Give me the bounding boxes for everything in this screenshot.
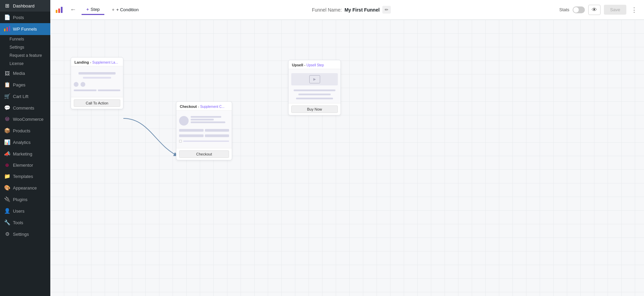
sidebar-item-label: Analytics [13,140,31,145]
upsell-video-preview: ▶ [291,73,338,85]
preview-line [98,89,121,91]
sidebar-item-marketing[interactable]: 📣 Marketing [0,148,50,160]
sidebar-sub-funnels[interactable]: Funnels [0,35,50,43]
sidebar-item-label: Settings [13,232,29,237]
sidebar-item-templates[interactable]: 📁 Templates [0,170,50,182]
checkout-card-action[interactable]: Checkout [176,148,232,160]
sidebar-item-label: Users [13,209,24,214]
sidebar-item-woocommerce[interactable]: Ⓦ WooCommerce [0,114,50,125]
buy-now-button[interactable]: Buy Now [291,105,338,113]
svg-rect-2 [9,26,10,31]
sidebar-item-tools[interactable]: 🔧 Tools [0,217,50,228]
preview-line [294,89,335,91]
landing-card[interactable]: Landing - Supplement La... Call To Actio… [71,57,123,109]
step-label: Step [91,7,100,12]
sidebar-item-label: Cart Lift [13,94,29,99]
sidebar-item-label: Pages [13,82,25,87]
save-button[interactable]: Save [604,5,626,15]
landing-card-action[interactable]: Call To Action [71,97,123,109]
preview-line [74,89,97,91]
landing-card-header: Landing - Supplement La... [71,57,123,66]
settings-icon: ⚙ [4,231,10,237]
edit-funnel-name-button[interactable]: ✏ [382,6,391,14]
sidebar-item-label: Products [13,128,30,133]
sidebar-item-analytics[interactable]: 📊 Analytics [0,136,50,148]
upsell-name: Upsell Step [307,63,324,67]
comments-icon: 💬 [4,105,10,111]
call-to-action-button[interactable]: Call To Action [74,99,120,107]
sidebar-item-appearance[interactable]: 🎨 Appearance [0,182,50,194]
checkout-lines [191,116,229,123]
svg-rect-5 [61,7,63,13]
stats-toggle[interactable] [573,6,585,13]
sidebar-sub-settings[interactable]: Settings [0,43,50,51]
funnel-canvas[interactable]: Landing - Supplement La... Call To Actio… [50,20,644,296]
checkout-avatar [179,116,189,126]
sidebar-sub-request[interactable]: Request a feature [0,51,50,60]
preview-circles-row [74,82,120,87]
landing-preview [71,66,123,97]
analytics-icon: 📊 [4,139,10,145]
checkout-fields-row2 [179,134,229,137]
sidebar-item-users[interactable]: 👤 Users [0,205,50,217]
sidebar-item-label: Plugins [13,197,28,202]
preview-button[interactable]: 👁 [588,5,601,15]
upsell-card-header: Upsell - Upsell Step [289,60,341,69]
main-area: ← + Step + + Condition Funnel Name: My F… [50,0,644,296]
checkout-type: Checkout [180,104,197,109]
checkout-card[interactable]: Checkout - Supplement C... [176,101,232,160]
upsell-card[interactable]: Upsell - Upsell Step ▶ Buy Now [288,60,341,115]
sidebar-item-products[interactable]: 📦 Products [0,125,50,136]
preview-line [191,119,214,120]
funnel-name-area: Funnel Name: My First Funnel ✏ [146,6,557,14]
sidebar-item-dashboard[interactable]: ⊞ Dashboard [0,0,50,12]
sidebar-item-media[interactable]: 🖼 Media [0,68,50,79]
svg-rect-3 [56,10,57,13]
checkout-button[interactable]: Checkout [179,150,229,158]
appearance-icon: 🎨 [4,185,10,191]
sidebar-item-comments[interactable]: 💬 Comments [0,102,50,114]
condition-button[interactable]: + + Condition [107,5,143,14]
marketing-icon: 📣 [4,151,10,157]
posts-icon: 📄 [4,14,10,20]
preview-line [296,98,333,99]
sidebar-wp-funnels-label: WP Funnels [13,27,37,32]
sidebar-item-label: Tools [13,220,23,225]
sidebar-item-settings[interactable]: ⚙ Settings [0,228,50,240]
more-options-button[interactable]: ⋮ [630,5,639,15]
funnel-name-prefix: Funnel Name: [312,7,342,13]
sidebar-item-label: Dashboard [13,3,35,9]
users-icon: 👤 [4,208,10,214]
preview-field [205,134,229,137]
checkout-fields-row1 [179,129,229,132]
products-icon: 📦 [4,128,10,134]
funnel-name-value: My First Funnel [345,7,380,13]
media-icon: 🖼 [4,70,10,76]
sidebar-item-plugins[interactable]: 🔌 Plugins [0,194,50,205]
preview-lines-row [74,89,120,91]
step-button[interactable]: + Step [82,5,104,15]
landing-name: Supplement La... [92,61,118,64]
sidebar-item-pages[interactable]: 📋 Pages [0,79,50,91]
back-button[interactable]: ← [67,5,79,15]
sidebar: ⊞ Dashboard 📄 Posts WP Funnels Funnels S… [0,0,50,296]
upsell-card-action[interactable]: Buy Now [289,103,341,115]
sidebar-item-elementor[interactable]: ⊕ Elementor [0,160,50,170]
toolbar-right: Stats 👁 Save ⋮ [559,5,639,15]
sidebar-item-posts[interactable]: 📄 Posts [0,12,50,23]
plus-condition-icon: + [112,7,115,12]
sidebar-item-wp-funnels[interactable]: WP Funnels [0,23,50,35]
plugins-icon: 🔌 [4,196,10,202]
play-icon: ▶ [309,75,320,83]
preview-line [83,77,111,79]
tools-icon: 🔧 [4,219,10,226]
preview-field [205,129,229,132]
sidebar-item-cart-lift[interactable]: 🛒 Cart Lift [0,91,50,102]
elementor-icon: ⊕ [4,162,10,168]
stats-label: Stats [559,7,570,12]
preview-circle [81,82,85,87]
upsell-type: Upsell [292,63,303,67]
sidebar-sub-license[interactable]: License [0,60,50,68]
woo-icon: Ⓦ [4,116,10,122]
preview-line [183,141,229,142]
